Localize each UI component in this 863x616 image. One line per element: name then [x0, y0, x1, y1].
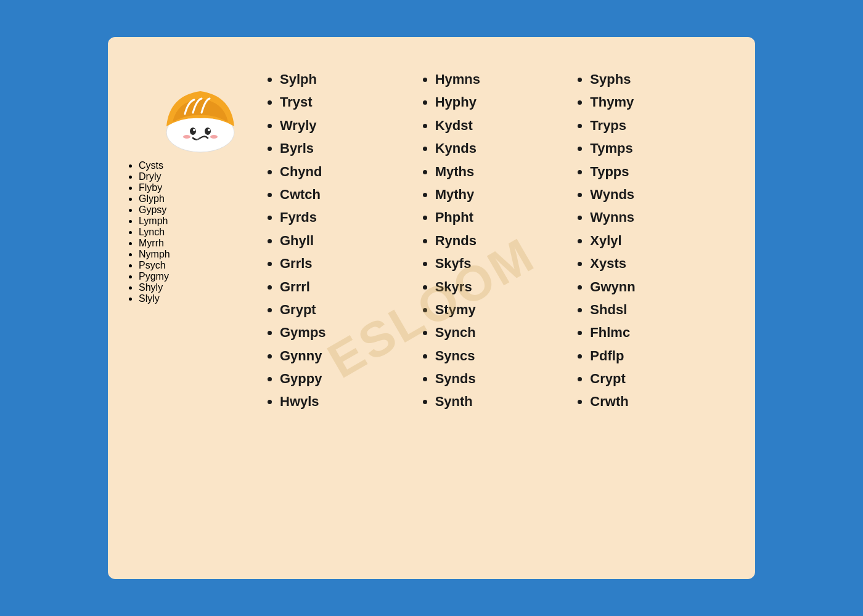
column-3: Hymns Hyphy Kydst Kynds Myths Mythy Phph… — [414, 62, 570, 554]
list-item: Skyfs — [435, 252, 563, 275]
list-item: Grrrl — [280, 275, 408, 298]
list-item: Gypsy — [139, 205, 259, 216]
svg-point-4 — [208, 129, 210, 131]
list-item: Ghyll — [280, 229, 408, 252]
column-1: Cysts Dryly Flyby Glyph Gypsy Lymph Lync… — [139, 62, 259, 554]
list-item: Synch — [435, 321, 563, 344]
list-item: Gymps — [280, 321, 408, 344]
list-item: Fhlmc — [590, 321, 718, 344]
list-item: Synds — [435, 367, 563, 390]
column-4: Syphs Thymy Tryps Tymps Typps Wynds Wynn… — [569, 62, 724, 554]
word-list-col4: Syphs Thymy Tryps Tymps Typps Wynds Wynn… — [575, 62, 718, 413]
list-item: Gynny — [280, 344, 408, 367]
word-list-col1: Cysts Dryly Flyby Glyph Gypsy Lymph Lync… — [139, 160, 259, 304]
list-item: Mythy — [435, 183, 563, 206]
list-item: Gyppy — [280, 367, 408, 390]
word-list-col3: Hymns Hyphy Kydst Kynds Myths Mythy Phph… — [420, 62, 563, 413]
list-item: Rynds — [435, 229, 563, 252]
svg-point-5 — [183, 135, 190, 139]
sushi-logo — [151, 68, 250, 154]
list-item: Crypt — [590, 367, 718, 390]
list-item: Lynch — [139, 227, 259, 238]
list-item: Flyby — [139, 182, 259, 193]
list-item: Crwth — [590, 390, 718, 413]
list-item: Kydst — [435, 114, 563, 137]
list-item: Chynd — [280, 160, 408, 183]
list-item: Tryst — [280, 91, 408, 113]
list-item: Byrls — [280, 137, 408, 160]
list-item: Syphs — [590, 68, 718, 91]
list-item: Shyly — [139, 282, 259, 293]
column-2: Sylph Tryst Wryly Byrls Chynd Cwtch Fyrd… — [259, 62, 414, 554]
list-item: Pygmy — [139, 271, 259, 282]
list-item: Myths — [435, 160, 563, 183]
svg-point-2 — [205, 128, 211, 135]
list-item: Lymph — [139, 216, 259, 227]
list-item: Synth — [435, 390, 563, 413]
list-item: Kynds — [435, 137, 563, 160]
list-item: Cysts — [139, 160, 259, 171]
svg-point-1 — [190, 128, 196, 135]
list-item: Tryps — [590, 114, 718, 137]
list-item: Myrrh — [139, 238, 259, 249]
list-item: Stymy — [435, 298, 563, 321]
list-item: Grypt — [280, 298, 408, 321]
list-item: Xysts — [590, 252, 718, 275]
list-item: Sylph — [280, 68, 408, 91]
list-item: Typps — [590, 160, 718, 183]
list-item: Nymph — [139, 249, 259, 260]
list-item: Psych — [139, 260, 259, 271]
list-item: Glyph — [139, 193, 259, 205]
list-item: Gwynn — [590, 275, 718, 298]
list-item: Dryly — [139, 171, 259, 182]
list-item: Wryly — [280, 114, 408, 137]
list-item: Syncs — [435, 344, 563, 367]
list-item: Skyrs — [435, 275, 563, 298]
svg-point-3 — [193, 129, 195, 131]
list-item: Slyly — [139, 293, 259, 304]
list-item: Thymy — [590, 91, 718, 113]
list-item: Hymns — [435, 68, 563, 91]
list-item: Wynds — [590, 183, 718, 206]
list-item: Xylyl — [590, 229, 718, 252]
list-item: Wynns — [590, 206, 718, 229]
list-item: Pdflp — [590, 344, 718, 367]
list-item: Phpht — [435, 206, 563, 229]
list-item: Tymps — [590, 137, 718, 160]
list-item: Shdsl — [590, 298, 718, 321]
list-item: Grrls — [280, 252, 408, 275]
list-item: Cwtch — [280, 183, 408, 206]
list-item: Hyphy — [435, 91, 563, 113]
word-list-col2: Sylph Tryst Wryly Byrls Chynd Cwtch Fyrd… — [265, 62, 408, 413]
svg-point-6 — [210, 135, 218, 139]
list-item: Fyrds — [280, 206, 408, 229]
main-card: ESLOOM — [108, 37, 755, 579]
list-item: Hwyls — [280, 390, 408, 413]
